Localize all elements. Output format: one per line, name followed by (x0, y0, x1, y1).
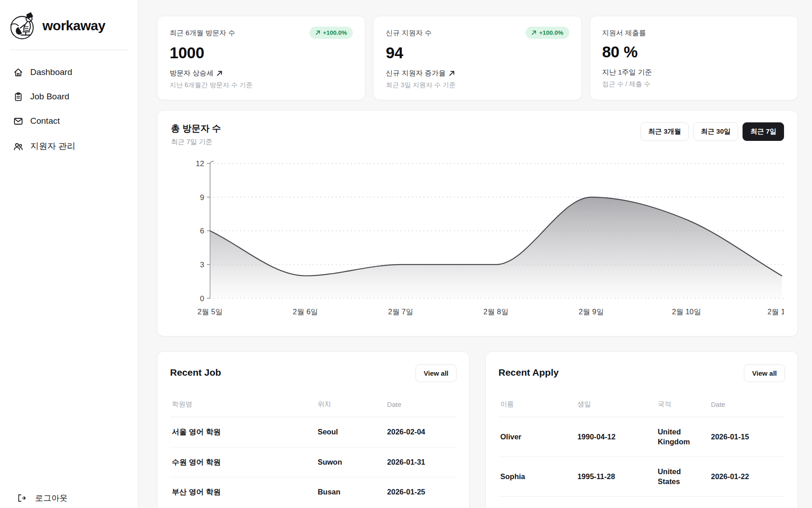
svg-text:0: 0 (200, 294, 204, 303)
table-row: Oliver 1990-04-12 United Kingdom 2026-01… (498, 417, 785, 457)
table-row: Sophia 1995-11-28 United States 2026-01-… (498, 457, 785, 497)
workaway-logo-icon (9, 11, 39, 41)
svg-text:2월 10일: 2월 10일 (672, 308, 701, 316)
stat-subcaption: 접근 수 / 제출 수 (602, 80, 785, 89)
sidebar-item-label: 지원자 관리 (30, 140, 75, 152)
column-header: Date (387, 401, 457, 408)
range-button-group: 최근 3개월 최근 30일 최근 7일 (641, 122, 784, 141)
stats-row: 최근 6개월 방문자 수 +100.0% 1000 방문자 상승세 지난 6개월… (157, 16, 798, 100)
sidebar: workaway Dashboard Job Board Conta (0, 0, 138, 508)
academy-name-cell: 서울 영어 학원 (172, 427, 318, 437)
name-cell: Sophia (500, 472, 571, 481)
stat-subcaption: 최근 3일 지원자 수 기준 (386, 81, 569, 89)
date-cell: 2026-01-25 (387, 487, 457, 497)
stat-value: 1000 (170, 44, 353, 62)
stat-title: 신규 지원자 수 (386, 27, 432, 38)
sidebar-item-job-board[interactable]: Job Board (9, 86, 129, 107)
logout-button[interactable]: 로그아웃 (17, 493, 68, 507)
date-cell: 2026-01-15 (711, 432, 785, 442)
trend-up-icon (217, 70, 222, 76)
chart-title: 총 방문자 수 (171, 122, 221, 135)
date-cell: 2026-02-04 (387, 427, 457, 437)
table-header-row: 이름 생일 국적 Date (498, 400, 785, 417)
column-header: 국적 (658, 400, 705, 409)
mail-icon (14, 117, 23, 126)
date-cell: 2026-01-31 (387, 457, 457, 467)
recent-job-card: Recent Job View all 학원명 위치 Date 서울 영어 학원… (157, 351, 470, 508)
stat-value: 94 (386, 44, 569, 62)
sidebar-item-applicants[interactable]: 지원자 관리 (9, 135, 129, 158)
table-header-row: 학원명 위치 Date (170, 400, 457, 417)
nationality-cell: United Kingdom (658, 427, 705, 447)
main-content: 최근 6개월 방문자 수 +100.0% 1000 방문자 상승세 지난 6개월… (138, 0, 812, 508)
recent-apply-table: 이름 생일 국적 Date Oliver 1990-04-12 United K… (498, 400, 785, 508)
stat-card-visitors-6mo: 최근 6개월 방문자 수 +100.0% 1000 방문자 상승세 지난 6개월… (157, 16, 365, 100)
svg-text:2월 7일: 2월 7일 (388, 308, 413, 316)
stat-title: 지원서 제출률 (602, 27, 646, 38)
svg-text:9: 9 (200, 193, 204, 202)
stat-caption: 지난 1주일 기준 (602, 68, 652, 77)
trend-up-icon (531, 30, 536, 35)
svg-text:2월 5일: 2월 5일 (198, 308, 223, 316)
academy-name-cell: 부산 영어 학원 (172, 487, 318, 497)
recent-apply-view-all-button[interactable]: View all (744, 364, 785, 382)
table-row: 수원 영어 학원 Suwon 2026-01-31 (170, 447, 457, 477)
column-header: 생일 (577, 400, 651, 409)
nationality-cell: United States (658, 467, 705, 486)
table-row: 부산 영어 학원 Busan 2026-01-25 (170, 477, 457, 507)
svg-text:2월 6일: 2월 6일 (293, 308, 318, 316)
stat-value: 80 % (602, 43, 785, 61)
recent-job-table: 학원명 위치 Date 서울 영어 학원 Seoul 2026-02-04 수원… (170, 400, 457, 507)
trend-badge: +100.0% (309, 27, 353, 39)
svg-text:2월 11일: 2월 11일 (767, 308, 784, 316)
users-icon (14, 142, 23, 151)
stat-title: 최근 6개월 방문자 수 (170, 27, 235, 38)
visitors-chart-card: 총 방문자 수 최근 7일 기준 최근 3개월 최근 30일 최근 7일 036… (157, 110, 798, 336)
birthday-cell: 1995-11-28 (577, 472, 651, 481)
range-button-7days[interactable]: 최근 7일 (743, 122, 784, 141)
stat-card-submission-rate: 지원서 제출률 80 % 지난 1주일 기준 접근 수 / 제출 수 (590, 16, 798, 100)
sidebar-item-label: Dashboard (30, 67, 72, 77)
trend-up-icon (449, 70, 455, 76)
logout-label: 로그아웃 (35, 493, 68, 503)
stat-subcaption: 지난 6개월간 방문자 수 기준 (170, 81, 353, 89)
academy-name-cell: 수원 영어 학원 (172, 457, 318, 467)
sidebar-nav: Dashboard Job Board Contact 지 (9, 62, 129, 158)
birthday-cell: 1990-04-12 (577, 432, 651, 442)
visitors-area-chart-svg: 0369122월 5일2월 6일2월 7일2월 8일2월 9일2월 10일2월 … (171, 150, 784, 330)
stat-caption: 방문자 상승세 (170, 69, 213, 78)
recent-apply-title: Recent Apply (498, 364, 558, 378)
brand-name: workaway (42, 18, 105, 33)
table-row: 서울 영어 학원 Seoul 2026-02-04 (170, 417, 457, 447)
location-cell: Seoul (318, 427, 387, 437)
home-icon (14, 68, 23, 77)
sidebar-item-label: Job Board (30, 92, 69, 102)
stat-caption: 신규 지원자 증가율 (386, 69, 446, 78)
name-cell: Oliver (500, 432, 571, 442)
sidebar-item-dashboard[interactable]: Dashboard (9, 62, 129, 83)
recent-job-title: Recent Job (170, 364, 221, 378)
svg-text:12: 12 (196, 159, 204, 168)
visitors-area-chart: 0369122월 5일2월 6일2월 7일2월 8일2월 9일2월 10일2월 … (171, 150, 784, 330)
sidebar-divider (10, 50, 128, 50)
sidebar-item-contact[interactable]: Contact (9, 111, 129, 131)
chart-subtitle: 최근 7일 기준 (171, 138, 221, 146)
stat-card-new-applicants: 신규 지원자 수 +100.0% 94 신규 지원자 증가율 최근 3일 지원자… (373, 16, 581, 100)
logout-icon (17, 494, 26, 503)
column-header: 학원명 (172, 400, 318, 409)
column-header: Date (711, 401, 785, 408)
recent-apply-card: Recent Apply View all 이름 생일 국적 Date Oliv… (485, 351, 798, 508)
badge-value: +100.0% (539, 29, 563, 36)
location-cell: Busan (318, 487, 387, 497)
column-header: 이름 (500, 400, 571, 409)
location-cell: Suwon (318, 457, 387, 467)
svg-text:2월 9일: 2월 9일 (579, 308, 604, 316)
sidebar-item-label: Contact (30, 116, 60, 126)
range-button-30days[interactable]: 최근 30일 (693, 122, 738, 141)
range-button-3months[interactable]: 최근 3개월 (641, 122, 689, 141)
svg-text:2월 8일: 2월 8일 (484, 308, 509, 316)
column-header: 위치 (318, 400, 387, 409)
recent-job-view-all-button[interactable]: View all (415, 364, 457, 382)
trend-up-icon (315, 30, 320, 35)
svg-text:3: 3 (200, 261, 204, 269)
